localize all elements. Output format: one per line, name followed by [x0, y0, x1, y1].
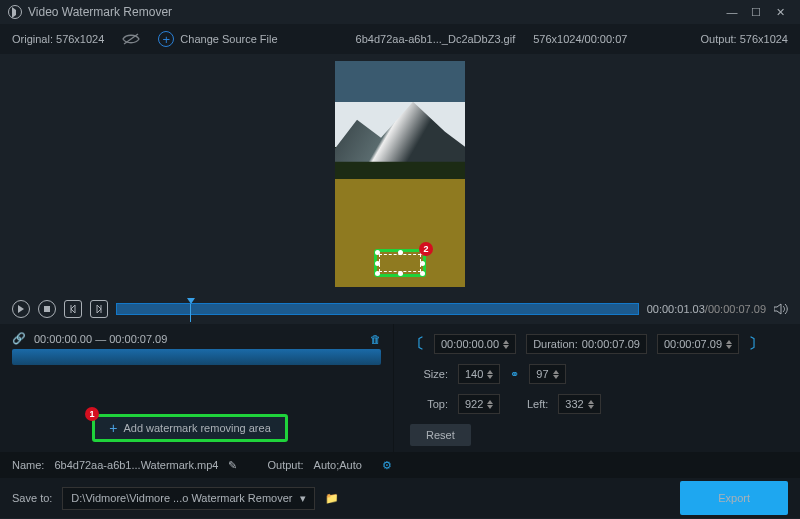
range-end-input[interactable]: 00:00:07.09: [657, 334, 739, 354]
output-settings-icon[interactable]: ⚙: [382, 459, 392, 472]
clip-range: 00:00:00.00 — 00:00:07.09: [34, 333, 167, 345]
top-input[interactable]: 922: [458, 394, 500, 414]
mark-out-button[interactable]: [90, 300, 108, 318]
titlebar: Video Watermark Remover — ☐ ✕: [0, 0, 800, 24]
source-filename: 6b4d72aa-a6b1..._Dc2aDbZ3.gif: [356, 33, 516, 45]
left-input[interactable]: 332: [558, 394, 600, 414]
minimize-button[interactable]: —: [720, 0, 744, 24]
left-label: Left:: [510, 398, 548, 410]
plus-circle-icon: +: [158, 31, 174, 47]
callout-badge-1: 1: [85, 407, 99, 421]
app-title: Video Watermark Remover: [28, 5, 720, 19]
playhead-icon[interactable]: [187, 298, 195, 304]
range-end-bracket[interactable]: 〕: [749, 335, 763, 353]
change-source-button[interactable]: + Change Source File: [158, 31, 277, 47]
output-value: Auto;Auto: [314, 459, 362, 471]
name-value: 6b4d72aa-a6b1...Watermark.mp4: [54, 459, 218, 471]
lower-panel: 🔗 00:00:00.00 — 00:00:07.09 🗑 1 + Add wa…: [0, 324, 800, 452]
mark-in-button[interactable]: [64, 300, 82, 318]
duration-input[interactable]: Duration:00:00:07.09: [526, 334, 647, 354]
play-button[interactable]: [12, 300, 30, 318]
export-bar: Save to: D:\Vidmore\Vidmore ...o Waterma…: [0, 478, 800, 518]
add-watermark-area-button[interactable]: 1 + Add watermark removing area: [92, 414, 288, 442]
clips-panel: 🔗 00:00:00.00 — 00:00:07.09 🗑 1 + Add wa…: [0, 324, 394, 452]
plus-icon: +: [109, 420, 117, 436]
watermark-selection-box[interactable]: 2: [374, 249, 426, 277]
info-bar: Original: 576x1024 + Change Source File …: [0, 24, 800, 54]
attach-icon[interactable]: 🔗: [12, 332, 26, 345]
open-folder-icon[interactable]: 📁: [325, 492, 339, 505]
reset-button[interactable]: Reset: [410, 424, 471, 446]
edit-name-icon[interactable]: ✎: [228, 459, 237, 472]
name-label: Name:: [12, 459, 44, 471]
link-dimensions-icon[interactable]: ⚭: [510, 368, 519, 381]
range-start-bracket[interactable]: 〔: [410, 335, 424, 353]
toggle-preview-icon[interactable]: [122, 33, 140, 45]
original-dimensions: Original: 576x1024: [12, 33, 104, 45]
file-info-bar: Name: 6b4d72aa-a6b1...Watermark.mp4 ✎ Ou…: [0, 452, 800, 478]
preview-area: 2: [0, 54, 800, 294]
timeline-scrubber[interactable]: [116, 303, 639, 315]
delete-clip-icon[interactable]: 🗑: [370, 333, 381, 345]
video-preview[interactable]: 2: [335, 61, 465, 287]
range-start-input[interactable]: 00:00:00.00: [434, 334, 516, 354]
callout-badge-2: 2: [419, 242, 433, 256]
close-button[interactable]: ✕: [768, 0, 792, 24]
saveto-label: Save to:: [12, 492, 52, 504]
clip-bar[interactable]: [12, 349, 381, 365]
transport-bar: 00:00:01.03/00:00:07.09: [0, 294, 800, 324]
app-logo-icon: [8, 5, 22, 19]
properties-panel: 〔 00:00:00.00 Duration:00:00:07.09 00:00…: [394, 324, 800, 452]
chevron-down-icon[interactable]: ▾: [300, 492, 306, 505]
width-input[interactable]: 140: [458, 364, 500, 384]
timecode: 00:00:01.03/00:00:07.09: [647, 303, 766, 315]
saveto-path[interactable]: D:\Vidmore\Vidmore ...o Watermark Remove…: [62, 487, 315, 510]
source-meta: 576x1024/00:00:07: [533, 33, 627, 45]
volume-icon[interactable]: [774, 303, 788, 315]
height-input[interactable]: 97: [529, 364, 565, 384]
svg-rect-1: [44, 306, 50, 312]
add-watermark-area-label: Add watermark removing area: [123, 422, 270, 434]
export-button[interactable]: Export: [680, 481, 788, 515]
output-label: Output:: [267, 459, 303, 471]
size-label: Size:: [410, 368, 448, 380]
stop-button[interactable]: [38, 300, 56, 318]
maximize-button[interactable]: ☐: [744, 0, 768, 24]
output-dimensions: Output: 576x1024: [701, 33, 788, 45]
change-source-label: Change Source File: [180, 33, 277, 45]
top-label: Top:: [410, 398, 448, 410]
